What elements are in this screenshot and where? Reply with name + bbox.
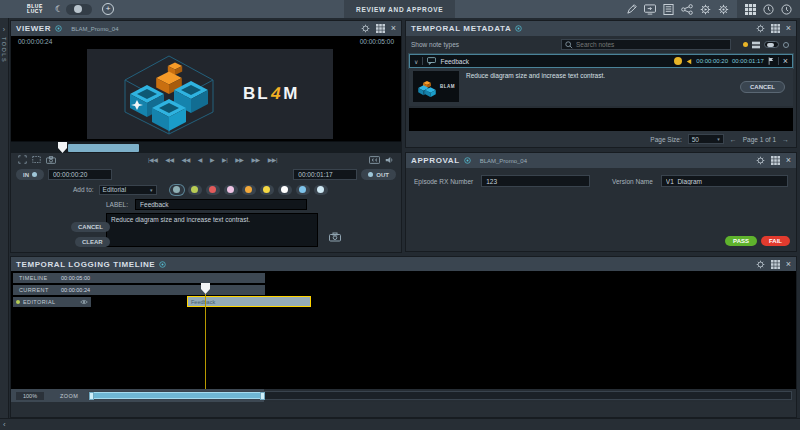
- in-timecode-input[interactable]: [48, 169, 112, 180]
- note-color-option[interactable]: [260, 185, 274, 195]
- volume-icon[interactable]: [385, 156, 394, 164]
- automation-icon[interactable]: [700, 4, 711, 15]
- zoom-slider-track[interactable]: [88, 391, 792, 400]
- cancel-note-button[interactable]: CANCEL: [71, 222, 110, 232]
- search-notes-box[interactable]: [561, 39, 731, 50]
- top-bar-tools-group: [618, 4, 737, 15]
- view-toggle[interactable]: [764, 41, 779, 48]
- note-row-feedback[interactable]: ∨ Feedback 00:00:00:20 00:00:01:17 ×: [409, 54, 793, 68]
- theme-toggle[interactable]: [66, 4, 92, 15]
- next-page-button[interactable]: →: [782, 136, 789, 143]
- notes-pagination: Page Size: 50 ▾ ← Page 1 of 1 →: [406, 131, 796, 147]
- panel-layout-icon[interactable]: [376, 24, 385, 33]
- row-label: TIMELINE: [13, 275, 61, 281]
- label-caption: LABEL:: [106, 201, 128, 208]
- fail-button[interactable]: FAIL: [761, 236, 790, 246]
- note-color-option[interactable]: [188, 185, 202, 195]
- pass-button[interactable]: PASS: [725, 236, 757, 246]
- note-color-option[interactable]: [296, 185, 310, 195]
- note-color-option[interactable]: [224, 185, 238, 195]
- tools-rail[interactable]: › TOOLS: [0, 18, 9, 418]
- set-out-button[interactable]: OUT: [361, 169, 396, 180]
- rewind-button[interactable]: ◀◀: [182, 156, 190, 163]
- panel-layout-icon[interactable]: [771, 24, 780, 33]
- play-button[interactable]: ▶: [210, 156, 214, 163]
- chevron-down-icon[interactable]: ∨: [414, 58, 418, 65]
- playhead-marker[interactable]: [58, 142, 67, 153]
- fast-forward-button[interactable]: ▶▶: [251, 156, 259, 163]
- clock-icon[interactable]: [763, 4, 774, 15]
- monitor-share-icon[interactable]: [644, 4, 656, 15]
- grid-view-icon[interactable]: [745, 4, 756, 15]
- filter-radio-icon[interactable]: [783, 42, 789, 48]
- zoom-slider-range[interactable]: [89, 392, 265, 399]
- panel-settings-icon[interactable]: [756, 24, 765, 33]
- episode-rx-input[interactable]: [481, 175, 590, 187]
- list-layout-icon[interactable]: [752, 41, 760, 49]
- note-color-option[interactable]: [206, 185, 220, 195]
- step-forward-button[interactable]: ▶|: [222, 156, 227, 163]
- row-value: 00:00:05:00: [61, 275, 90, 281]
- panel-settings-icon[interactable]: [361, 24, 370, 33]
- closed-captions-icon[interactable]: [369, 156, 380, 164]
- video-canvas[interactable]: BL4M: [11, 47, 401, 141]
- panel-layout-icon[interactable]: [771, 260, 780, 269]
- timeline-body: TIMELINE 00:00:05:00 CURRENT 00:00:00:24…: [11, 271, 796, 402]
- page-size-value: 50: [692, 136, 699, 143]
- panel-close-icon[interactable]: ×: [786, 260, 791, 269]
- theater-mode-icon[interactable]: [32, 155, 41, 164]
- fullscreen-icon[interactable]: [18, 155, 27, 164]
- panel-close-icon[interactable]: ×: [786, 24, 791, 33]
- version-name-input[interactable]: [661, 175, 788, 187]
- save-note-camera-icon[interactable]: [329, 232, 341, 242]
- step-back-button[interactable]: ◀: [198, 156, 202, 163]
- zoom-handle-left[interactable]: [89, 392, 94, 400]
- snapshot-icon[interactable]: [46, 156, 56, 164]
- history-icon[interactable]: [781, 4, 792, 15]
- panel-close-icon[interactable]: ×: [391, 24, 396, 33]
- note-label-input[interactable]: [135, 199, 307, 210]
- search-notes-input[interactable]: [576, 41, 727, 48]
- in-point-flag-icon: [686, 58, 692, 65]
- note-text-input[interactable]: Reduce diagram size and increase text co…: [106, 213, 318, 247]
- eye-icon[interactable]: [80, 299, 88, 305]
- fast-rewind-button[interactable]: ◀◀: [165, 156, 173, 163]
- gear-icon[interactable]: [718, 4, 729, 15]
- note-color-option[interactable]: [170, 185, 184, 195]
- note-bubble-icon: [427, 57, 436, 65]
- rail-expand-arrow[interactable]: ›: [3, 26, 5, 33]
- clear-note-button[interactable]: CLEAR: [75, 237, 110, 247]
- go-to-start-button[interactable]: |◀◀: [148, 156, 157, 163]
- viewer-header: VIEWER BLAM_Promo_04 ×: [11, 21, 401, 36]
- video-frame: BL4M: [87, 49, 333, 139]
- note-color-option[interactable]: [242, 185, 256, 195]
- delete-note-icon[interactable]: ×: [783, 57, 788, 66]
- out-timecode-input[interactable]: [293, 169, 357, 180]
- workflow-icon[interactable]: [681, 4, 693, 15]
- panel-close-icon[interactable]: ×: [786, 156, 791, 165]
- go-to-end-button[interactable]: ▶▶|: [268, 156, 277, 163]
- set-in-button[interactable]: IN: [16, 169, 44, 180]
- viewer-title: VIEWER: [16, 24, 51, 33]
- add-to-track-select[interactable]: Editorial ▾: [99, 185, 157, 195]
- blam-isometric-graphic: [113, 52, 225, 136]
- prev-page-button[interactable]: ←: [730, 136, 737, 143]
- note-cancel-button[interactable]: CANCEL: [740, 81, 785, 93]
- panel-settings-icon[interactable]: [756, 260, 765, 269]
- form-icon[interactable]: [663, 4, 674, 15]
- note-color-option[interactable]: [314, 185, 328, 195]
- episode-rx-field: Episode RX Number: [414, 175, 590, 187]
- tab-review-and-approve[interactable]: REVIEW AND APPROVE: [344, 0, 455, 18]
- in-out-range[interactable]: [68, 144, 139, 152]
- bottom-collapse-arrow[interactable]: ‹: [3, 420, 6, 429]
- panel-settings-icon[interactable]: [756, 156, 765, 165]
- timeline-row-editorial[interactable]: EDITORIAL: [13, 297, 91, 307]
- pen-icon[interactable]: [626, 4, 637, 15]
- zoom-handle-right[interactable]: [260, 392, 265, 400]
- add-page-button[interactable]: +: [102, 3, 114, 15]
- note-color-option[interactable]: [278, 185, 292, 195]
- panel-layout-icon[interactable]: [771, 156, 780, 165]
- forward-button[interactable]: ▶▶: [235, 156, 243, 163]
- scrub-bar[interactable]: [11, 141, 401, 153]
- page-size-select[interactable]: 50 ▾: [688, 134, 724, 144]
